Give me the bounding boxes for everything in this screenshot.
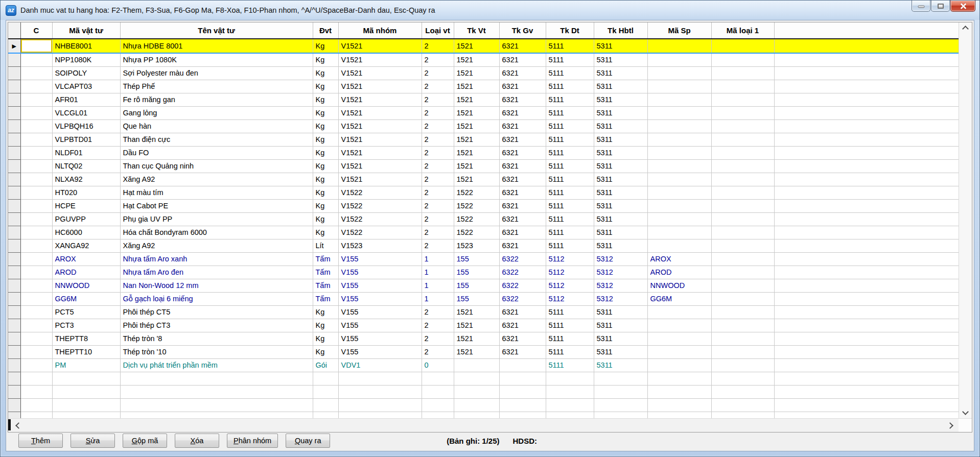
button-phan-nhom[interactable]: Phân nhóm bbox=[227, 434, 278, 448]
cell-tkdt[interactable]: 5111 bbox=[546, 106, 594, 119]
cell-tkvt[interactable]: 1521 bbox=[454, 305, 499, 319]
row-selector[interactable] bbox=[8, 332, 20, 345]
cell-loai[interactable]: 2 bbox=[422, 80, 454, 93]
cell-c[interactable] bbox=[20, 332, 52, 345]
cell-tkdt[interactable]: 5111 bbox=[546, 93, 594, 106]
cell-loai[interactable]: 2 bbox=[422, 319, 454, 332]
cell-tkgv[interactable]: 6321 bbox=[499, 159, 546, 173]
cell-tkhbtl[interactable]: 5311 bbox=[594, 226, 647, 239]
table-row[interactable]: PGUVPPPhụ gia UV PPKgV152221522632151115… bbox=[8, 212, 959, 226]
cell-tkdt[interactable]: 5112 bbox=[546, 292, 594, 305]
cell-tkdt[interactable]: 5112 bbox=[546, 279, 594, 292]
cell-group[interactable]: V1521 bbox=[338, 93, 422, 106]
cell-tkvt[interactable]: 1522 bbox=[454, 186, 499, 199]
cell-group[interactable] bbox=[338, 398, 422, 412]
cell-c[interactable] bbox=[20, 53, 52, 66]
cell-dvt[interactable]: Kg bbox=[313, 106, 338, 119]
row-selector[interactable] bbox=[8, 119, 20, 133]
cell-masp[interactable] bbox=[647, 358, 711, 372]
cell-tkgv[interactable]: 6321 bbox=[499, 119, 546, 133]
cell-loai[interactable]: 2 bbox=[422, 106, 454, 119]
cell-tkvt[interactable]: 1521 bbox=[454, 173, 499, 186]
cell-tkgv[interactable]: 6321 bbox=[499, 212, 546, 226]
cell-tkhbtl[interactable] bbox=[594, 398, 647, 412]
cell-group[interactable]: V1521 bbox=[338, 133, 422, 146]
cell-name[interactable]: Nhựa tấm Aro xanh bbox=[120, 252, 313, 266]
cell-dvt[interactable] bbox=[313, 398, 338, 412]
cell-tkvt[interactable]: 1521 bbox=[454, 93, 499, 106]
table-row[interactable]: VLPBQH16Que hànKgV152121521632151115311 bbox=[8, 119, 959, 133]
cell-masp[interactable] bbox=[647, 212, 711, 226]
cell-group[interactable]: V1521 bbox=[338, 119, 422, 133]
cell-tkvt[interactable]: 1521 bbox=[454, 146, 499, 159]
cell-group[interactable]: V1521 bbox=[338, 159, 422, 173]
cell-maloai1[interactable] bbox=[711, 319, 774, 332]
cell-c[interactable] bbox=[20, 385, 52, 398]
row-selector[interactable] bbox=[8, 345, 20, 358]
cell-tkgv[interactable]: 6321 bbox=[499, 319, 546, 332]
cell-tkgv[interactable]: 6321 bbox=[499, 239, 546, 252]
cell-c[interactable] bbox=[20, 119, 52, 133]
cell-c[interactable] bbox=[20, 279, 52, 292]
cell-tkgv[interactable]: 6321 bbox=[499, 53, 546, 66]
cell-masp[interactable] bbox=[647, 106, 711, 119]
cell-tkvt[interactable]: 1521 bbox=[454, 159, 499, 173]
cell-tkdt[interactable]: 5111 bbox=[546, 212, 594, 226]
row-selector[interactable] bbox=[8, 266, 20, 279]
cell-dvt[interactable]: Kg bbox=[313, 345, 338, 358]
cell-tkgv[interactable]: 6321 bbox=[499, 186, 546, 199]
cell-loai[interactable]: 2 bbox=[422, 226, 454, 239]
button-sua[interactable]: Sửa bbox=[71, 434, 115, 448]
column-header-tkvt[interactable]: Tk Vt bbox=[454, 22, 499, 39]
cell-code[interactable] bbox=[52, 398, 120, 412]
cell-masp[interactable] bbox=[647, 398, 711, 412]
cell-dvt[interactable]: Kg bbox=[313, 93, 338, 106]
cell-tkvt[interactable] bbox=[454, 372, 499, 385]
cell-loai[interactable]: 2 bbox=[422, 133, 454, 146]
cell-tkgv[interactable] bbox=[499, 358, 546, 372]
table-row[interactable]: GG6MGỗ gạch loại 6 miếngTấmV155115563225… bbox=[8, 292, 959, 305]
column-header-tkgv[interactable]: Tk Gv bbox=[499, 22, 546, 39]
cell-maloai1[interactable] bbox=[711, 186, 774, 199]
cell-group[interactable]: V1523 bbox=[338, 239, 422, 252]
cell-c[interactable] bbox=[20, 226, 52, 239]
cell-maloai1[interactable] bbox=[711, 212, 774, 226]
cell-maloai1[interactable] bbox=[711, 226, 774, 239]
cell-tkdt[interactable]: 5111 bbox=[546, 226, 594, 239]
cell-tkgv[interactable]: 6321 bbox=[499, 345, 546, 358]
cell-dvt[interactable] bbox=[313, 385, 338, 398]
cell-maloai1[interactable] bbox=[711, 239, 774, 252]
table-row[interactable]: ARODNhựa tấm Aro đenTấmV1551155632251125… bbox=[8, 266, 959, 279]
cell-c[interactable] bbox=[20, 372, 52, 385]
cell-maloai1[interactable] bbox=[711, 53, 774, 66]
column-header-loai[interactable]: Loại vt bbox=[422, 22, 454, 39]
cell-group[interactable]: V1521 bbox=[338, 146, 422, 159]
column-header-group[interactable]: Mã nhóm bbox=[338, 22, 422, 39]
cell-name[interactable]: Nhựa tấm Aro đen bbox=[120, 266, 313, 279]
cell-loai[interactable] bbox=[422, 372, 454, 385]
cell-code[interactable]: NLDF01 bbox=[52, 146, 120, 159]
cell-c[interactable] bbox=[20, 292, 52, 305]
row-selector[interactable] bbox=[8, 305, 20, 319]
table-row[interactable]: HCPEHạt Cabot PEKgV152221522632151115311 bbox=[8, 199, 959, 212]
cell-loai[interactable]: 1 bbox=[422, 252, 454, 266]
cell-tkdt[interactable] bbox=[546, 412, 594, 418]
cell-c[interactable] bbox=[20, 212, 52, 226]
cell-tkdt[interactable]: 5111 bbox=[546, 305, 594, 319]
cell-tkvt[interactable]: 155 bbox=[454, 252, 499, 266]
cell-code[interactable]: NLTQ02 bbox=[52, 159, 120, 173]
cell-dvt[interactable]: Kg bbox=[313, 159, 338, 173]
cell-loai[interactable]: 2 bbox=[422, 305, 454, 319]
row-selector[interactable] bbox=[8, 173, 20, 186]
cell-group[interactable]: V155 bbox=[338, 279, 422, 292]
cell-tkgv[interactable]: 6321 bbox=[499, 39, 546, 53]
row-selector[interactable] bbox=[8, 106, 20, 119]
cell-tkvt[interactable]: 1521 bbox=[454, 332, 499, 345]
row-selector[interactable] bbox=[8, 292, 20, 305]
cell-c[interactable] bbox=[20, 398, 52, 412]
cell-dvt[interactable]: Kg bbox=[313, 173, 338, 186]
cell-dvt[interactable]: Kg bbox=[313, 39, 338, 53]
cell-loai[interactable]: 1 bbox=[422, 279, 454, 292]
row-selector[interactable] bbox=[8, 199, 20, 212]
cell-code[interactable]: SOIPOLY bbox=[52, 66, 120, 80]
